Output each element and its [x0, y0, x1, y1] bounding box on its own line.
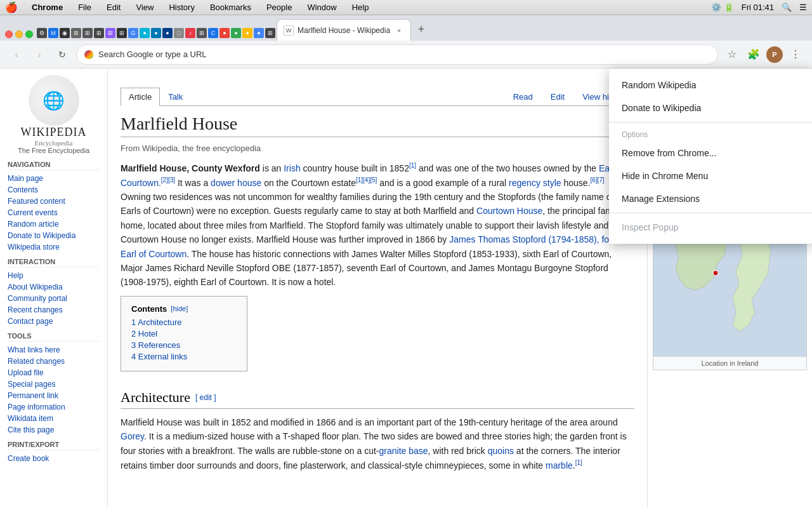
sidebar-item-recent[interactable]: Recent changes	[8, 304, 100, 316]
contents-item-1[interactable]: 1 Architecture	[131, 318, 237, 327]
ext-icon-9[interactable]: G	[128, 28, 138, 38]
ext-icon-15[interactable]: ⊞	[197, 28, 207, 38]
contents-item-3[interactable]: 3 References	[131, 340, 237, 350]
sidebar-item-permanent[interactable]: Permanent link	[8, 390, 100, 401]
menubar-view[interactable]: View	[132, 3, 157, 12]
menu-item-manage-extensions[interactable]: Manage Extensions	[609, 187, 812, 210]
sidebar-item-help[interactable]: Help	[8, 270, 100, 281]
refresh-button[interactable]: ↻	[53, 46, 71, 64]
ext-icon-6[interactable]: ⊞	[94, 28, 104, 38]
contents-link-references[interactable]: References	[138, 340, 180, 350]
sidebar-item-store[interactable]: Wikipedia store	[8, 241, 100, 253]
ext-icon-16[interactable]: ●	[219, 28, 230, 38]
tab-edit[interactable]: Edit	[543, 88, 572, 105]
sidebar-item-wikidata[interactable]: Wikidata item	[8, 413, 100, 424]
architecture-edit-link[interactable]: [ edit ]	[195, 393, 216, 402]
menubar-file[interactable]: File	[74, 3, 95, 12]
ext-icon-19[interactable]: ●	[254, 28, 264, 38]
ext-icon-20[interactable]: ⊞	[265, 28, 275, 38]
ext-icon-12[interactable]: ●	[162, 28, 173, 38]
ext-icon-14[interactable]: ♪	[185, 28, 195, 38]
sidebar-item-create-book[interactable]: Create book	[8, 453, 100, 464]
sidebar-item-featured[interactable]: Featured content	[8, 196, 100, 207]
menubar-window[interactable]: Window	[303, 3, 340, 12]
chrome-menu-icon[interactable]: ⋮	[787, 46, 804, 64]
ext-icon-10[interactable]: ●	[140, 28, 150, 38]
link-courtown-house[interactable]: Courtown House	[476, 206, 542, 216]
menubar-edit[interactable]: Edit	[103, 3, 124, 12]
ext-icon-1[interactable]: ⚙	[37, 28, 47, 38]
menu-item-donate-wikipedia[interactable]: Donate to Wikipedia	[609, 97, 812, 119]
menubar-list-icon[interactable]: ☰	[799, 3, 807, 12]
ext-icon-4[interactable]: ⊞	[71, 28, 81, 38]
sidebar-item-special[interactable]: Special pages	[8, 378, 100, 390]
address-input[interactable]: Search Google or type a URL	[76, 44, 718, 65]
ext-icon-2[interactable]: M	[48, 28, 58, 38]
ext-icon-5[interactable]: ⊞	[82, 28, 93, 38]
contents-link-external[interactable]: External links	[138, 352, 187, 361]
sidebar-item-page-info[interactable]: Page information	[8, 401, 100, 413]
sidebar-item-contact[interactable]: Contact page	[8, 316, 100, 327]
sidebar-item-random[interactable]: Random article	[8, 218, 100, 230]
ref-67[interactable]: [6][7]	[591, 177, 605, 184]
tab-close-button[interactable]: ×	[394, 25, 404, 36]
link-irish[interactable]: Irish	[284, 163, 300, 173]
ext-icon-13[interactable]: □	[174, 28, 184, 38]
sidebar-item-cite[interactable]: Cite this page	[8, 424, 100, 436]
menu-item-remove-chrome[interactable]: Remove from Chrome...	[609, 142, 812, 164]
sidebar-item-donate[interactable]: Donate to Wikipedia	[8, 230, 100, 241]
link-dower[interactable]: dower house	[211, 178, 261, 188]
link-stopford[interactable]: James Thomas Stopford (1794-1858), fourt…	[121, 234, 624, 258]
menu-item-random-wikipedia[interactable]: Random Wikipedia	[609, 74, 812, 97]
link-regency[interactable]: regency style	[509, 178, 561, 188]
traffic-light-close[interactable]	[5, 30, 13, 38]
link-marble[interactable]: marble	[546, 460, 573, 471]
profile-avatar[interactable]: P	[766, 46, 783, 63]
ext-icon-17[interactable]: ●	[231, 28, 241, 38]
tab-read[interactable]: Read	[506, 88, 540, 105]
bookmark-star-icon[interactable]: ☆	[723, 46, 741, 64]
sidebar-item-what-links[interactable]: What links here	[8, 344, 100, 356]
contents-item-4[interactable]: 4 External links	[131, 352, 237, 361]
link-granite[interactable]: granite base	[379, 446, 428, 456]
contents-link-hotel[interactable]: Hotel	[138, 329, 157, 338]
ext-icon-3[interactable]: ◉	[60, 28, 70, 38]
menubar-search-icon[interactable]: 🔍	[782, 3, 792, 12]
menubar-history[interactable]: History	[165, 3, 198, 12]
ref-arch-1[interactable]: [1]	[575, 459, 582, 466]
ref-145[interactable]: [1][4][5]	[356, 177, 377, 184]
menubar-people[interactable]: People	[263, 3, 296, 12]
extension-puzzle-icon[interactable]: 🧩	[745, 46, 763, 64]
back-button[interactable]: ‹	[8, 46, 25, 64]
sidebar-item-related[interactable]: Related changes	[8, 356, 100, 367]
ref-23[interactable]: [2][3]	[161, 177, 175, 184]
sidebar-item-contents[interactable]: Contents	[8, 184, 100, 196]
new-tab-button[interactable]: +	[412, 20, 430, 38]
sidebar-item-community[interactable]: Community portal	[8, 293, 100, 304]
link-quoins[interactable]: quoins	[488, 446, 514, 456]
active-tab[interactable]: W Marlfield House - Wikipedia ×	[277, 19, 411, 41]
contents-hide-toggle[interactable]: [hide]	[171, 305, 188, 312]
sidebar-item-current[interactable]: Current events	[8, 207, 100, 218]
traffic-light-minimize[interactable]	[15, 30, 23, 38]
sidebar-item-main-page[interactable]: Main page	[8, 173, 100, 184]
ext-icon-7[interactable]: ⊞	[105, 28, 115, 38]
menubar-help[interactable]: Help	[348, 3, 373, 12]
ext-icon-chrome[interactable]: C	[208, 28, 218, 38]
sidebar-item-about[interactable]: About Wikipedia	[8, 281, 100, 293]
link-gorey[interactable]: Gorey	[121, 431, 144, 441]
ext-icon-8[interactable]: ⊞	[117, 28, 127, 38]
apple-menu-icon[interactable]: 🍎	[5, 1, 18, 13]
tab-article[interactable]: Article	[121, 88, 160, 106]
ext-icon-11[interactable]: ●	[151, 28, 161, 38]
sidebar-item-upload[interactable]: Upload file	[8, 367, 100, 378]
tab-talk[interactable]: Talk	[160, 88, 191, 105]
ext-icon-18[interactable]: ●	[242, 28, 252, 38]
forward-button[interactable]: ›	[30, 46, 48, 64]
menu-item-hide-chrome-menu[interactable]: Hide in Chrome Menu	[609, 164, 812, 187]
ref-1[interactable]: [1]	[409, 162, 416, 169]
contents-link-architecture[interactable]: Architecture	[138, 318, 181, 327]
traffic-light-fullscreen[interactable]	[25, 30, 33, 38]
menubar-chrome[interactable]: Chrome	[28, 3, 67, 12]
menubar-bookmarks[interactable]: Bookmarks	[206, 3, 255, 12]
